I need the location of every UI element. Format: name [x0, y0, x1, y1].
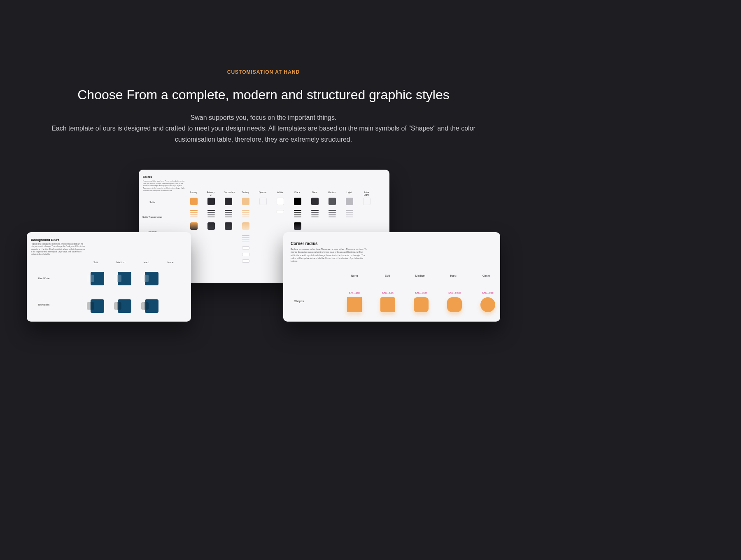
color-swatch-row-solids: [190, 198, 389, 205]
swatch-transp-black[interactable]: [294, 210, 301, 217]
swatch-grad-extra-light[interactable]: [363, 222, 370, 230]
color-swatch-row-gradients: [190, 222, 389, 230]
blur-tile-row-white: [91, 272, 158, 285]
field-color-field-row-3-4[interactable]: [259, 259, 267, 263]
blurs-col-soft: Soft: [93, 261, 98, 264]
corner-shapes-row: Sha…oneSha…SoftSha…diumSha…HardSha…ircle: [345, 292, 498, 312]
colors-column-headers: PrimaryPrimary 2SecondaryTertiaryQuarter…: [189, 191, 389, 196]
swatch-grad-black[interactable]: [294, 222, 301, 230]
swatch-extra-quarter[interactable]: [259, 235, 267, 242]
field-color-field-row-2-3[interactable]: [242, 253, 249, 256]
blurs-row-headers: Blur WhiteBlur Black: [31, 277, 57, 306]
corner-shape-swatch: [480, 297, 495, 312]
swatch-transp-light[interactable]: [346, 210, 353, 217]
field-color-field-row-1-0[interactable]: [190, 246, 198, 250]
swatch-light[interactable]: [346, 198, 353, 205]
swatch-extra-primary-2[interactable]: [207, 235, 215, 242]
swatch-extra-light[interactable]: [363, 198, 370, 205]
corner-col-medium: Medium: [415, 274, 426, 277]
corner-shape-swatch: [347, 297, 362, 312]
colors-col-primary: Primary: [189, 191, 198, 196]
swatch-transp-extra-light[interactable]: [363, 210, 370, 217]
corner-shape-shaone[interactable]: Sha…one: [345, 292, 364, 312]
field-color-field-row-1-4[interactable]: [259, 246, 267, 250]
corner-panel-desc: Replace your corner radius here. These a…: [291, 248, 367, 263]
colors-col-secondary: Secondary: [224, 191, 232, 196]
swatch-secondary[interactable]: [225, 198, 232, 205]
corner-col-none: None: [349, 274, 360, 277]
colors-row-solids: Solids: [142, 201, 163, 205]
field-color-field-row-3-2[interactable]: [225, 259, 232, 263]
swatch-transp-quarter[interactable]: [259, 210, 267, 217]
corner-radius-panel: Corner radius Replace your corner radius…: [283, 232, 500, 322]
blurs-column-headers: SoftMediumHardNone: [93, 261, 173, 264]
blurs-row-blur-black: Blur Black: [31, 303, 57, 306]
corner-column-headers: NoneSoftMediumHardCircle: [349, 274, 492, 277]
swatch-grad-primary[interactable]: [190, 222, 198, 230]
field-color-field-row-1-2[interactable]: [225, 246, 232, 250]
colors-col-black: Black: [293, 191, 301, 196]
blurs-panel-desc: Replace any background blurs here. Press…: [31, 243, 86, 256]
field-color-field-row-2-1[interactable]: [207, 253, 215, 256]
corner-shape-shaircle[interactable]: Sha…ircle: [478, 292, 498, 312]
swatch-grad-secondary[interactable]: [225, 222, 232, 230]
color-swatch-row-transp: [190, 210, 389, 217]
colors-col-white: White: [276, 191, 284, 196]
field-color-field-row-1-3[interactable]: [242, 246, 249, 250]
blur-tile-white-0[interactable]: [91, 272, 104, 285]
field-color-field-row-3-1[interactable]: [207, 259, 215, 263]
corner-shape-label: Sha…Soft: [378, 292, 398, 294]
swatch-grad-quarter[interactable]: [259, 222, 267, 230]
blurs-panel: Background Blurs Replace any background …: [27, 232, 191, 322]
swatch-white[interactable]: [277, 198, 284, 205]
blur-tile-black-0[interactable]: [91, 299, 104, 313]
swatch-black[interactable]: [294, 198, 301, 205]
swatch-quarter[interactable]: [259, 198, 267, 205]
swatch-grad-medium[interactable]: [329, 222, 336, 230]
corner-shape-shahard[interactable]: Sha…Hard: [445, 292, 464, 312]
swatch-medium[interactable]: [329, 198, 336, 205]
field-color-field-row-3-3[interactable]: [242, 259, 249, 263]
corner-shape-shasoft[interactable]: Sha…Soft: [378, 292, 398, 312]
field-color-field-row-1-1[interactable]: [207, 246, 215, 250]
field-color-field-row-2-0[interactable]: [190, 253, 198, 256]
field-color-field-row-2-4[interactable]: [259, 253, 267, 256]
corner-shape-label: Sha…Hard: [445, 292, 464, 294]
corner-col-soft: Soft: [382, 274, 393, 277]
colors-col-dark: Dark: [310, 191, 319, 196]
swatch-grad-primary-2[interactable]: [207, 222, 215, 230]
blur-tile-white-1[interactable]: [118, 272, 131, 285]
swatch-extra-secondary[interactable]: [225, 235, 232, 242]
swatch-grad-light[interactable]: [346, 222, 353, 230]
swatch-primary[interactable]: [190, 198, 198, 205]
corner-col-circle: Circle: [480, 274, 492, 277]
swatch-transp-tertiary[interactable]: [242, 210, 249, 217]
blur-tile-black-2[interactable]: [145, 299, 158, 313]
blurs-row-blur-white: Blur White: [31, 277, 57, 280]
swatch-grad-dark[interactable]: [311, 222, 319, 230]
field-color-field-row-2-2[interactable]: [225, 253, 232, 256]
swatch-extra-tertiary[interactable]: [242, 235, 249, 242]
swatch-extra-primary[interactable]: [190, 235, 198, 242]
subhead-line-2: Each template of ours is designed and cr…: [51, 125, 475, 142]
blur-tile-row-black: [91, 299, 158, 313]
swatch-transp-primary[interactable]: [190, 210, 198, 217]
field-color-field-row-3-0[interactable]: [190, 259, 198, 263]
swatch-primary-2[interactable]: [207, 198, 215, 205]
swatch-transp-dark[interactable]: [311, 210, 319, 217]
swatch-tertiary[interactable]: [242, 198, 249, 205]
swatch-transp-medium[interactable]: [329, 210, 336, 217]
blur-tile-white-2[interactable]: [145, 272, 158, 285]
corner-shape-swatch: [414, 297, 429, 312]
colors-col-tertiary: Tertiary: [241, 191, 249, 196]
swatch-grad-tertiary[interactable]: [242, 222, 249, 230]
swatch-transp-primary-2[interactable]: [207, 210, 215, 217]
subhead-line-1: Swan supports you, focus on the importan…: [191, 114, 337, 121]
colors-col-extra-light: Extra Light: [362, 191, 370, 196]
swatch-transp-white[interactable]: [277, 210, 284, 217]
blur-tile-black-1[interactable]: [118, 299, 131, 313]
corner-shape-shadium[interactable]: Sha…dium: [411, 292, 431, 312]
swatch-transp-secondary[interactable]: [225, 210, 232, 217]
swatch-grad-white[interactable]: [277, 222, 284, 230]
swatch-dark[interactable]: [311, 198, 319, 205]
